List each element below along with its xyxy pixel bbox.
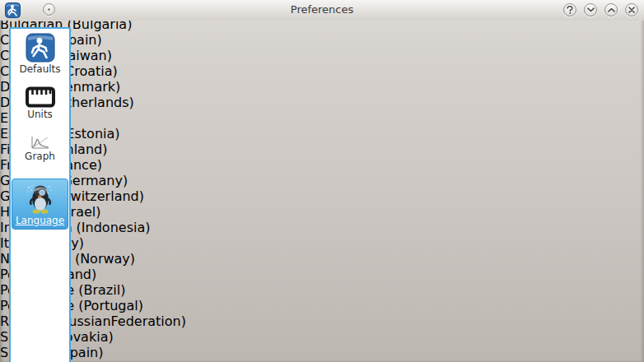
language-list-item[interactable]: French (France) [0,157,644,173]
sidebar-item-units[interactable]: Units [12,86,68,120]
sidebar-item-label: Graph [12,151,68,162]
sidebar-item-defaults[interactable]: Defaults [12,33,68,75]
preferences-dialog: Preferences [0,0,644,362]
language-list-item[interactable]: Finnish (Finland) [0,142,644,157]
language-list-item[interactable]: Polish (Poland) [0,267,644,282]
language-list-item[interactable]: Danish (Denmark) [0,79,644,95]
language-list-item[interactable]: German (Germany) [0,173,644,188]
language-list-item[interactable]: Catalan (Spain) [0,32,644,48]
language-list-item[interactable]: Italian (Italy) [0,235,644,251]
language-list-item[interactable]: Spanish (Spain) [0,345,644,360]
system-default-checkbox[interactable] [84,33,96,45]
sidebar-item-label: Units [12,109,68,120]
titlebar[interactable]: Preferences [0,0,644,21]
language-list-item[interactable]: Slovak (Slovakia) [0,329,644,345]
close-button[interactable] [625,3,638,16]
minimize-button[interactable] [584,3,597,16]
ruler-icon [12,86,68,108]
language-list-item[interactable]: Portuguese (Brazil) [0,282,644,298]
language-list-item[interactable]: English [0,110,644,126]
language-list: Bulgarian (Bulgaria)Catalan (Spain)Chine… [0,16,644,362]
language-list-item[interactable]: Estonian (Estonia) [0,126,644,142]
language-list-item[interactable]: Dutch (Netherlands) [0,95,644,110]
language-list-item[interactable]: Croatian (Croatia) [0,63,644,79]
help-button[interactable] [563,3,576,16]
language-list-item[interactable]: Hebrew (Israel) [0,204,644,220]
preferences-sidebar: Defaults Units Graph [9,27,71,362]
maximize-button[interactable] [604,3,618,16]
language-list-item[interactable]: German (Switzerland) [0,188,644,204]
sidebar-item-label: Language [12,215,68,226]
window-title: Preferences [82,3,562,16]
sidebar-item-language[interactable]: Language [12,179,68,230]
sticky-button[interactable] [43,3,55,16]
language-list-item[interactable]: Portuguese (Portugal) [0,298,644,313]
language-list-item[interactable]: Chinese (Taiwan) [0,48,644,63]
tux-penguin-icon [12,183,68,214]
language-list-item[interactable]: Norwegian (Norway) [0,251,644,267]
hiker-app-icon[interactable] [5,2,21,18]
sidebar-item-label: Defaults [12,63,68,75]
graph-icon [12,134,68,150]
language-list-item[interactable]: Russian (RussianFederation) [0,313,644,329]
sidebar-item-graph[interactable]: Graph [12,134,68,162]
hiker-icon [12,33,68,63]
language-list-item[interactable]: Indonesian (Indonesia) [0,220,644,235]
